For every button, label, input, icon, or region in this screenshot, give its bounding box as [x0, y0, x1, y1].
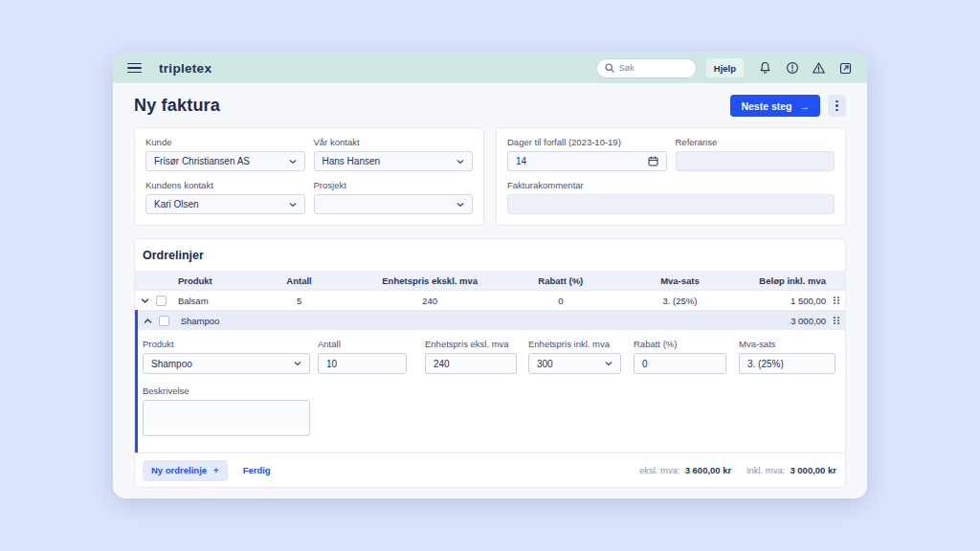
editor-rabatt-label: Rabatt (%) — [634, 339, 726, 349]
ordrelinjer-card: Ordrelinjer Produkt Antall Enhetspris ek… — [134, 238, 846, 488]
alert-circle-icon[interactable] — [785, 61, 799, 76]
help-button[interactable]: Hjelp — [706, 58, 744, 77]
prosjekt-field: Prosjekt — [314, 180, 474, 214]
kundens-kontakt-select[interactable]: Kari Olsen — [145, 194, 305, 214]
open-in-new-icon[interactable] — [838, 61, 853, 76]
alert-triangle-icon[interactable] — [812, 61, 826, 76]
kunde-label: Kunde — [145, 137, 305, 147]
col-antall: Antall — [240, 276, 359, 286]
page-title: Ny faktura — [134, 96, 220, 116]
fakturakommentar-input[interactable] — [516, 199, 826, 209]
editor-enhetspris-eksl-label: Enhetspris eksl. mva — [425, 339, 517, 349]
fakturakommentar-field: Fakturakommentar — [507, 180, 835, 214]
dager-til-forfall-label: Dager til forfall (2023-10-19) — [507, 137, 667, 147]
referanse-input[interactable] — [684, 156, 827, 166]
editor-rabatt-input-wrap — [634, 353, 726, 374]
next-step-label: Neste steg — [741, 100, 791, 112]
kunde-value: Frisør Christiansen AS — [154, 156, 250, 166]
editor-beskrivelse-textarea[interactable] — [143, 400, 310, 436]
totals: eksl. mva: 3 600,00 kr inkl. mva: 3 000,… — [639, 465, 836, 475]
cell-mva-sats: 3. (25%) — [620, 296, 741, 306]
editor-antall-field: Antall — [318, 339, 407, 374]
topbar: tripletex Hjelp — [113, 53, 867, 83]
new-order-line-label: Ny ordrelinje — [151, 465, 207, 475]
search-input-wrap[interactable] — [596, 58, 697, 78]
col-mva-sats: Mva-sats — [620, 276, 741, 286]
cell-produkt: Balsam — [178, 296, 240, 306]
cell-rabatt: 0 — [501, 296, 620, 306]
prosjekt-label: Prosjekt — [314, 180, 474, 190]
plus-icon: + — [213, 465, 219, 475]
editor-mva-sats-input-wrap — [739, 353, 835, 374]
referanse-field: Referanse — [676, 137, 835, 171]
dager-til-forfall-input-wrap — [507, 151, 667, 171]
new-order-line-button[interactable]: Ny ordrelinje + — [143, 460, 228, 481]
app-window: tripletex Hjelp Ny faktura — [113, 53, 867, 498]
var-kontakt-value: Hans Hansen — [323, 156, 381, 166]
editor-produkt-select[interactable]: Shampoo — [143, 353, 310, 374]
expanded-row-section: Shampoo 3 000,00 Produkt Shampoo — [135, 310, 845, 452]
topbar-icons — [758, 61, 853, 76]
hamburger-menu-icon[interactable] — [127, 63, 142, 74]
fakturakommentar-input-wrap — [507, 194, 835, 214]
page-header: Ny faktura Neste steg → — [134, 95, 846, 117]
line-editor: Produkt Shampoo Antall — [138, 330, 845, 452]
table-row-balsam[interactable]: Balsam 5 240 0 3. (25%) 1 500,00 — [135, 290, 845, 310]
editor-enhetspris-eksl-field: Enhetspris eksl. mva — [425, 339, 517, 374]
next-step-button[interactable]: Neste steg → — [730, 95, 820, 117]
total-eksl-label: eksl. mva: — [639, 465, 680, 475]
cell-antall: 5 — [240, 296, 359, 306]
editor-antall-input[interactable] — [326, 359, 398, 369]
customer-card: Kunde Frisør Christiansen AS Vår kontakt… — [134, 127, 484, 226]
var-kontakt-field: Vår kontakt Hans Hansen — [314, 137, 474, 171]
total-inkl-value: 3 000,00 kr — [790, 465, 836, 475]
row-checkbox[interactable] — [159, 316, 169, 326]
dager-til-forfall-input[interactable] — [516, 156, 648, 166]
editor-mva-sats-input[interactable] — [747, 359, 827, 369]
ordrelinjer-footer: Ny ordrelinje + Ferdig eksl. mva: 3 600,… — [135, 452, 845, 487]
col-rabatt: Rabatt (%) — [501, 276, 620, 286]
kunde-field: Kunde Frisør Christiansen AS — [145, 137, 305, 171]
editor-mva-sats-field: Mva-sats — [739, 339, 835, 374]
row-checkbox[interactable] — [156, 296, 167, 306]
editor-enhetspris-inkl-value: 300 — [537, 359, 553, 369]
prosjekt-select[interactable] — [314, 194, 474, 214]
table-header-row: Produkt Antall Enhetspris ekskl. mva Rab… — [135, 271, 845, 290]
chevron-down-icon[interactable] — [135, 297, 156, 305]
referanse-input-wrap — [676, 151, 835, 171]
kebab-menu-button[interactable] — [828, 95, 846, 117]
col-enhetspris: Enhetspris ekskl. mva — [358, 276, 501, 286]
referanse-label: Referanse — [676, 137, 835, 147]
editor-enhetspris-inkl-label: Enhetspris inkl. mva — [528, 339, 621, 349]
cell-produkt: Shampoo — [181, 316, 243, 326]
editor-antall-label: Antall — [318, 339, 407, 349]
invoice-details-card: Dager til forfall (2023-10-19) Referanse — [496, 127, 846, 226]
chevron-up-icon[interactable] — [138, 317, 159, 325]
var-kontakt-select[interactable]: Hans Hansen — [314, 151, 474, 171]
calendar-icon[interactable] — [648, 156, 658, 166]
total-inkl-label: inkl. mva: — [746, 465, 785, 475]
search-icon — [605, 63, 614, 73]
editor-enhetspris-eksl-input[interactable] — [434, 359, 508, 369]
editor-mva-sats-label: Mva-sats — [739, 339, 835, 349]
var-kontakt-label: Vår kontakt — [314, 137, 474, 147]
total-eksl-value: 3 600,00 kr — [685, 465, 732, 475]
editor-antall-input-wrap — [318, 353, 407, 374]
tripletex-logo: tripletex — [159, 61, 212, 76]
editor-produkt-label: Produkt — [143, 339, 310, 349]
cell-belop: 3 000,00 — [741, 316, 828, 326]
editor-produkt-value: Shampoo — [151, 359, 192, 369]
col-produkt: Produkt — [178, 276, 240, 286]
kundens-kontakt-label: Kundens kontakt — [145, 180, 305, 190]
table-row-shampoo[interactable]: Shampoo 3 000,00 — [138, 310, 845, 330]
notifications-bell-icon[interactable] — [758, 61, 772, 76]
kunde-select[interactable]: Frisør Christiansen AS — [145, 151, 305, 171]
editor-rabatt-input[interactable] — [642, 359, 718, 369]
dager-til-forfall-field: Dager til forfall (2023-10-19) — [507, 137, 667, 171]
drag-handle[interactable] — [834, 317, 839, 324]
editor-enhetspris-inkl-select[interactable]: 300 — [528, 353, 621, 374]
invoice-form-cards: Kunde Frisør Christiansen AS Vår kontakt… — [134, 127, 846, 226]
search-input[interactable] — [619, 63, 686, 73]
done-button[interactable]: Ferdig — [243, 465, 271, 475]
drag-handle[interactable] — [834, 297, 839, 304]
